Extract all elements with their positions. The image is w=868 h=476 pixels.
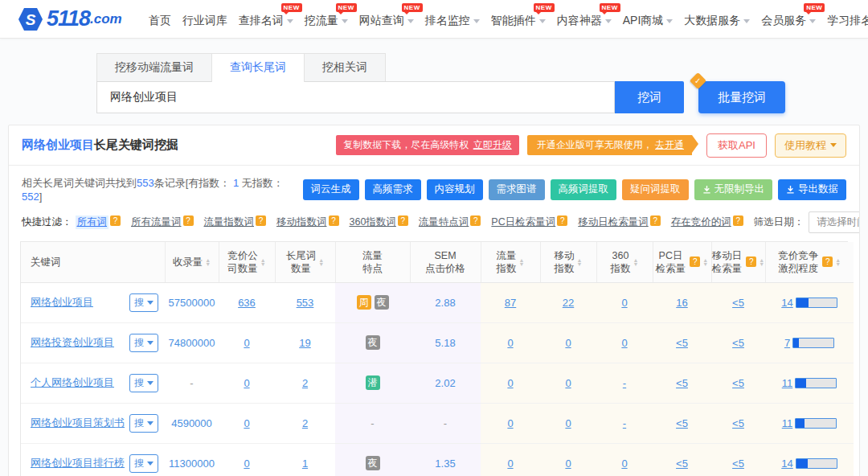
filter-link[interactable]: 流量特点词? (419, 215, 481, 229)
help-icon[interactable]: ? (822, 256, 833, 267)
filter-link[interactable]: 存在竞价的词? (671, 215, 743, 229)
sort-icon[interactable]: ▲▼ (260, 258, 266, 266)
action-button[interactable]: 无限制导出 (694, 179, 773, 200)
filter-link[interactable]: 所有词? (76, 215, 121, 229)
help-icon[interactable]: ? (110, 215, 121, 226)
pc-daily-link[interactable]: <5 (676, 377, 688, 389)
column-header[interactable]: PC日检索量?▲▼ (653, 242, 711, 282)
bid-companies-link[interactable]: 636 (238, 297, 256, 309)
column-header[interactable]: 移动日检索量?▲▼ (711, 242, 765, 282)
sort-icon[interactable]: ▲▼ (205, 258, 211, 266)
mobile-index-link[interactable]: 0 (565, 337, 571, 349)
help-icon[interactable]: ? (470, 215, 481, 226)
nav-item[interactable]: NEW挖流量 (299, 2, 354, 36)
longtail-count-link[interactable]: 2 (302, 377, 308, 389)
keyword-link[interactable]: 网络投资创业项目 (31, 335, 114, 350)
action-button[interactable]: 疑问词提取 (622, 179, 689, 200)
filter-link[interactable]: 360指数词? (350, 215, 408, 229)
traffic-index-link[interactable]: 0 (507, 458, 513, 470)
search-dropdown-button[interactable]: 搜 (129, 334, 158, 352)
filter-link[interactable]: 所有流量词? (131, 215, 194, 229)
nav-item[interactable]: NEW学习排名 (821, 2, 868, 36)
help-icon[interactable]: ? (690, 256, 700, 267)
dig-words-button[interactable]: 挖词 (615, 81, 684, 113)
sort-icon[interactable]: ▲▼ (318, 258, 324, 266)
column-header[interactable]: 竞价公司数量▲▼ (219, 242, 275, 282)
competition-link[interactable]: 11 (782, 377, 793, 389)
bid-companies-link[interactable]: 0 (244, 377, 249, 389)
competition-link[interactable]: 11 (782, 417, 793, 429)
index-360-link[interactable]: - (623, 377, 626, 389)
search-dropdown-button[interactable]: 搜 (129, 374, 158, 392)
mobile-daily-link[interactable]: <5 (732, 458, 744, 470)
traffic-index-link[interactable]: 87 (505, 297, 516, 309)
column-header[interactable]: 移动指数▲▼ (540, 242, 596, 282)
upgrade-promo-banner[interactable]: 复制数据下载，尽在高级特权 立即升级 (336, 135, 518, 155)
batch-dig-button[interactable]: 批量挖词 (698, 81, 785, 113)
competition-link[interactable]: 7 (784, 337, 790, 349)
index-360-link[interactable]: - (623, 417, 626, 429)
nav-item[interactable]: NEW智能插件 (485, 2, 551, 36)
pc-daily-link[interactable]: <5 (676, 337, 688, 349)
mobile-daily-link[interactable]: <5 (732, 337, 744, 349)
filter-link[interactable]: 移动日检索量词? (578, 215, 661, 229)
mobile-daily-link[interactable]: <5 (732, 377, 744, 389)
mobile-index-link[interactable]: 0 (565, 377, 571, 389)
action-button[interactable]: 词云生成 (303, 179, 359, 200)
column-header[interactable]: 收录量▲▼ (165, 242, 219, 282)
nav-item[interactable]: 排名监控 (420, 2, 485, 36)
keyword-link[interactable]: 网络创业项目排行榜 (31, 456, 125, 470)
action-button[interactable]: 导出数据 (778, 179, 846, 200)
help-icon[interactable]: ? (650, 215, 661, 226)
keyword-input[interactable] (96, 81, 615, 113)
nav-item[interactable]: NEW查排名词 (233, 2, 299, 36)
help-icon[interactable]: ? (733, 215, 743, 226)
search-dropdown-button[interactable]: 搜 (129, 454, 158, 473)
mobile-daily-link[interactable]: <5 (732, 417, 744, 429)
keyword-link[interactable]: 网络创业项目 (31, 295, 93, 310)
filter-link[interactable]: 流量指数词? (204, 215, 267, 229)
filter-link[interactable]: 移动指数词? (276, 215, 339, 229)
tab[interactable]: 挖相关词 (304, 53, 386, 81)
traffic-index-link[interactable]: 0 (507, 337, 513, 349)
keyword-link[interactable]: 个人网络创业项目 (31, 375, 114, 390)
nav-item[interactable]: 行业词库 (177, 2, 233, 36)
open-enterprise-link[interactable]: 去开通 (655, 139, 684, 150)
upgrade-link[interactable]: 立即升级 (473, 139, 512, 150)
site-logo[interactable]: S 5118 .com (18, 6, 122, 32)
index-360-link[interactable]: 0 (621, 458, 627, 470)
search-dropdown-button[interactable]: 搜 (129, 414, 158, 433)
pc-daily-link[interactable]: <5 (676, 417, 688, 429)
longtail-count-link[interactable]: 2 (302, 417, 308, 429)
column-header[interactable]: 竞价竞争激烈程度?▲▼ (765, 242, 854, 282)
enterprise-promo-banner[interactable]: 开通企业版可享无限使用， 去开通 (527, 135, 692, 155)
nav-item[interactable]: NEW网站查询 (354, 2, 420, 36)
help-icon[interactable]: ? (183, 215, 194, 226)
help-icon[interactable]: ? (557, 215, 567, 226)
column-header[interactable]: 流量指数▲▼ (481, 242, 540, 282)
traffic-index-link[interactable]: 0 (507, 417, 513, 429)
sort-icon[interactable]: ▲▼ (577, 258, 583, 266)
nav-item[interactable]: 首页 (143, 2, 177, 36)
mobile-daily-link[interactable]: <5 (732, 297, 744, 309)
sort-icon[interactable]: ▲▼ (633, 258, 639, 266)
action-button[interactable]: 高频需求 (365, 179, 421, 200)
nav-item[interactable]: NEW内容神器 (551, 2, 617, 36)
pc-daily-link[interactable]: <5 (676, 458, 688, 470)
tutorial-button[interactable]: 使用教程 (775, 133, 846, 158)
sort-icon[interactable]: ▲▼ (702, 258, 708, 266)
mobile-index-link[interactable]: 22 (563, 297, 574, 309)
longtail-count-link[interactable]: 1 (302, 458, 308, 470)
action-button[interactable]: 高频词提取 (551, 179, 617, 200)
help-icon[interactable]: ? (398, 215, 408, 226)
get-api-button[interactable]: 获取API (706, 133, 767, 158)
tab[interactable]: 查询长尾词 (211, 53, 305, 82)
bid-companies-link[interactable]: 0 (244, 458, 249, 470)
pc-daily-link[interactable]: 16 (676, 297, 687, 309)
date-select[interactable]: 请选择时间点 (809, 211, 860, 233)
competition-link[interactable]: 14 (781, 297, 792, 309)
keyword-link[interactable]: 网络创业项目策划书 (31, 416, 125, 430)
sort-icon[interactable]: ▲▼ (759, 258, 764, 266)
action-button[interactable]: 内容规划 (427, 179, 483, 200)
index-360-link[interactable]: 0 (621, 297, 627, 309)
